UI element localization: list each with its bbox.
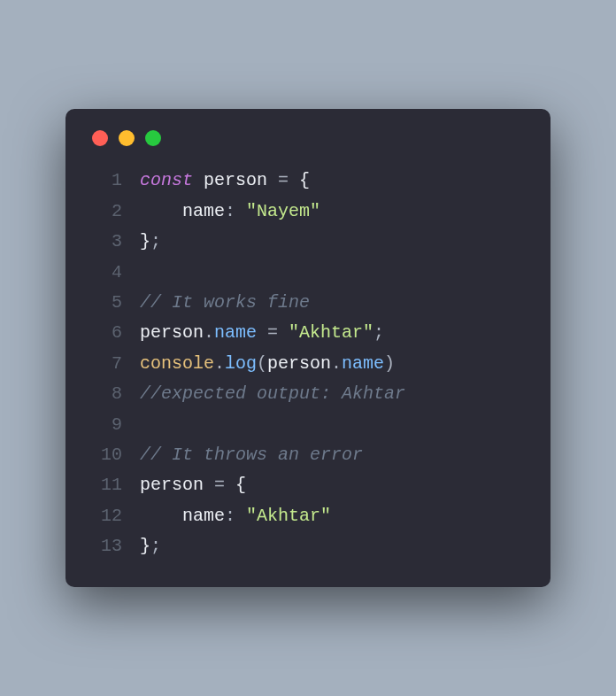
code-token: ( bbox=[257, 353, 267, 374]
code-token: person bbox=[193, 170, 278, 190]
line-content: // It works fine bbox=[140, 288, 310, 318]
code-token: // It works fine bbox=[140, 292, 310, 313]
line-number: 9 bbox=[87, 410, 122, 440]
code-token: person bbox=[140, 322, 204, 343]
line-content: // It throws an error bbox=[140, 440, 363, 470]
line-content bbox=[140, 258, 150, 288]
code-line: 6person.name = "Akhtar"; bbox=[87, 318, 529, 348]
code-token: "Akhtar" bbox=[246, 506, 331, 526]
code-token: ) bbox=[384, 353, 395, 374]
code-line: 11person = { bbox=[87, 470, 529, 500]
code-line: 2 name: "Nayem" bbox=[87, 197, 529, 227]
code-token: log bbox=[225, 353, 257, 374]
line-number: 5 bbox=[87, 288, 122, 318]
code-token: . bbox=[214, 353, 225, 374]
code-line: 12 name: "Akhtar" bbox=[87, 501, 529, 531]
line-content: person = { bbox=[140, 470, 246, 500]
code-token: ; bbox=[150, 231, 161, 251]
code-token: = bbox=[278, 170, 299, 190]
code-token: "Akhtar" bbox=[289, 322, 373, 343]
code-token: : bbox=[225, 506, 246, 526]
line-number: 8 bbox=[87, 379, 122, 409]
line-number: 2 bbox=[87, 197, 122, 227]
line-number: 1 bbox=[87, 166, 122, 196]
line-number: 12 bbox=[87, 501, 122, 531]
line-content: name: "Akhtar" bbox=[140, 501, 331, 531]
line-number: 3 bbox=[87, 227, 122, 257]
code-token: person bbox=[140, 475, 214, 495]
code-line: 7console.log(person.name) bbox=[87, 349, 529, 379]
code-line: 5// It works fine bbox=[87, 288, 529, 318]
code-line: 13}; bbox=[87, 531, 529, 561]
code-token: ; bbox=[150, 536, 161, 556]
line-number: 13 bbox=[87, 531, 122, 561]
code-token: } bbox=[140, 536, 150, 556]
code-token: name bbox=[342, 353, 384, 374]
code-line: 1const person = { bbox=[87, 166, 529, 196]
code-token: name bbox=[182, 506, 225, 526]
line-content: name: "Nayem" bbox=[140, 197, 320, 227]
line-content: const person = { bbox=[140, 166, 310, 196]
code-token: //expected output: Akhtar bbox=[140, 383, 405, 404]
code-token: . bbox=[204, 322, 214, 343]
code-token: } bbox=[140, 231, 150, 251]
code-token: = bbox=[214, 475, 235, 495]
code-token: "Nayem" bbox=[246, 201, 320, 221]
line-content: person.name = "Akhtar"; bbox=[140, 318, 384, 348]
code-token: person bbox=[267, 353, 331, 374]
code-token: ; bbox=[373, 322, 384, 343]
line-number: 6 bbox=[87, 318, 122, 348]
traffic-lights bbox=[92, 130, 529, 146]
code-line: 3}; bbox=[87, 227, 529, 257]
line-content: }; bbox=[140, 531, 161, 561]
code-line: 10// It throws an error bbox=[87, 440, 529, 470]
code-block: 1const person = {2 name: "Nayem"3};4 5//… bbox=[87, 166, 529, 561]
line-number: 11 bbox=[87, 470, 122, 500]
code-token bbox=[140, 262, 150, 282]
code-token: // It throws an error bbox=[140, 445, 363, 465]
zoom-icon bbox=[145, 130, 161, 146]
code-token: = bbox=[257, 322, 289, 343]
line-number: 10 bbox=[87, 440, 122, 470]
code-token: const bbox=[140, 170, 193, 190]
minimize-icon bbox=[119, 130, 135, 146]
code-line: 4 bbox=[87, 258, 529, 288]
code-window: 1const person = {2 name: "Nayem"3};4 5//… bbox=[65, 109, 551, 586]
code-token bbox=[140, 506, 182, 526]
code-token bbox=[140, 201, 182, 221]
code-token bbox=[140, 414, 150, 435]
line-number: 4 bbox=[87, 258, 122, 288]
code-token: { bbox=[235, 475, 246, 495]
code-token: : bbox=[225, 201, 246, 221]
line-content: //expected output: Akhtar bbox=[140, 379, 405, 409]
close-icon bbox=[92, 130, 108, 146]
line-number: 7 bbox=[87, 349, 122, 379]
line-content: }; bbox=[140, 227, 161, 257]
code-token: . bbox=[331, 353, 342, 374]
code-token: name bbox=[182, 201, 225, 221]
code-line: 8//expected output: Akhtar bbox=[87, 379, 529, 409]
code-token: name bbox=[214, 322, 257, 343]
line-content bbox=[140, 410, 150, 440]
line-content: console.log(person.name) bbox=[140, 349, 395, 379]
code-token: { bbox=[299, 170, 310, 190]
code-token: console bbox=[140, 353, 214, 374]
code-line: 9 bbox=[87, 410, 529, 440]
